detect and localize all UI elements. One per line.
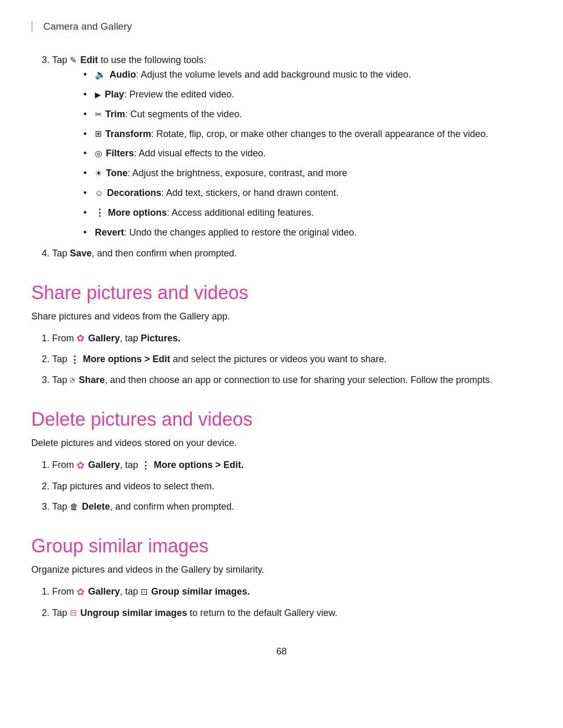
step3-item: Tap Edit to use the following tools: Aud… xyxy=(52,53,532,240)
group-intro: Organize pictures and videos in the Gall… xyxy=(31,564,532,575)
step4-item: Tap Save, and then confirm when prompted… xyxy=(52,246,532,261)
share-step2: Tap More options > Edit and select the p… xyxy=(52,352,532,367)
decorations-icon xyxy=(95,187,103,200)
step3-intro: Tap Edit to use the following tools: xyxy=(52,55,206,65)
tool-tone: Tone: Adjust the brightness, exposure, c… xyxy=(83,166,532,181)
share-steps-list: From Gallery, tap Pictures. Tap More opt… xyxy=(52,331,532,388)
delete-heading: Delete pictures and videos xyxy=(31,409,532,430)
share-step3: Tap Share, and then choose an app or con… xyxy=(52,373,532,388)
tool-audio: Audio: Adjust the volume levels and add … xyxy=(83,68,532,82)
group-icon xyxy=(141,586,148,599)
more-options-icon-delete1 xyxy=(141,459,150,473)
tool-more-name: More options xyxy=(108,207,167,218)
delete-step1: From Gallery, tap More options > Edit. xyxy=(52,458,532,473)
gallery-icon-share1 xyxy=(77,331,84,346)
share-intro: Share pictures and videos from the Galle… xyxy=(31,311,532,322)
more-options-icon-share2 xyxy=(70,353,79,367)
gallery-icon-group1 xyxy=(77,585,84,600)
tool-play: Play: Preview the edited video. xyxy=(83,88,532,102)
delete-step2: Tap pictures and videos to select them. xyxy=(52,479,532,494)
header-title: Camera and Gallery xyxy=(43,21,132,32)
group-step2: Tap Ungroup similar images to return to … xyxy=(52,606,532,621)
step3-edit-label: Edit xyxy=(80,55,98,65)
audio-icon xyxy=(95,68,106,82)
delete-section: Delete pictures and videos Delete pictur… xyxy=(31,409,532,514)
tone-icon xyxy=(95,167,102,180)
tool-trim-name: Trim xyxy=(105,109,125,119)
group-heading: Group similar images xyxy=(31,535,532,557)
delete-steps-list: From Gallery, tap More options > Edit. T… xyxy=(52,458,532,514)
delete-icon xyxy=(70,501,78,514)
edit-icon xyxy=(70,54,77,67)
tool-more: More options: Access additional editing … xyxy=(83,206,532,220)
tool-trim: Trim: Cut segments of the video. xyxy=(83,107,532,122)
tool-audio-name: Audio xyxy=(109,69,136,80)
trim-icon xyxy=(95,108,102,121)
tool-play-name: Play xyxy=(105,89,124,100)
tool-transform: Transform: Rotate, flip, crop, or make o… xyxy=(83,127,532,142)
tool-tone-name: Tone xyxy=(106,168,128,178)
share-heading: Share pictures and videos xyxy=(31,282,532,304)
tool-filters-name: Filters xyxy=(106,148,134,158)
filters-icon xyxy=(95,147,102,161)
delete-intro: Delete pictures and videos stored on you… xyxy=(31,438,532,449)
page-number: 68 xyxy=(31,646,532,657)
ungroup-icon xyxy=(70,607,77,620)
delete-step3: Tap Delete, and confirm when prompted. xyxy=(52,500,532,514)
share-icon xyxy=(70,374,75,387)
tool-filters: Filters: Add visual effects to the video… xyxy=(83,146,532,161)
tool-transform-name: Transform xyxy=(105,129,151,139)
transform-icon xyxy=(95,128,102,141)
share-section: Share pictures and videos Share pictures… xyxy=(31,282,532,388)
share-step1: From Gallery, tap Pictures. xyxy=(52,331,532,346)
tool-deco-name: Decorations xyxy=(107,188,161,198)
group-step1: From Gallery, tap Group similar images. xyxy=(52,585,532,599)
tools-list: Audio: Adjust the volume levels and add … xyxy=(83,68,532,240)
step3-section: Tap Edit to use the following tools: Aud… xyxy=(31,53,532,261)
tool-revert-name: Revert xyxy=(95,227,124,238)
play-icon xyxy=(95,89,101,102)
more-options-icon xyxy=(95,206,104,220)
tool-decorations: Decorations: Add text, stickers, or hand… xyxy=(83,186,532,201)
page-header: Camera and Gallery xyxy=(31,21,532,32)
step4-save: Save xyxy=(70,248,92,258)
tool-revert: Revert: Undo the changes applied to rest… xyxy=(83,226,532,240)
group-steps-list: From Gallery, tap Group similar images. … xyxy=(52,585,532,620)
gallery-icon-delete1 xyxy=(77,459,84,473)
group-section: Group similar images Organize pictures a… xyxy=(31,535,532,620)
